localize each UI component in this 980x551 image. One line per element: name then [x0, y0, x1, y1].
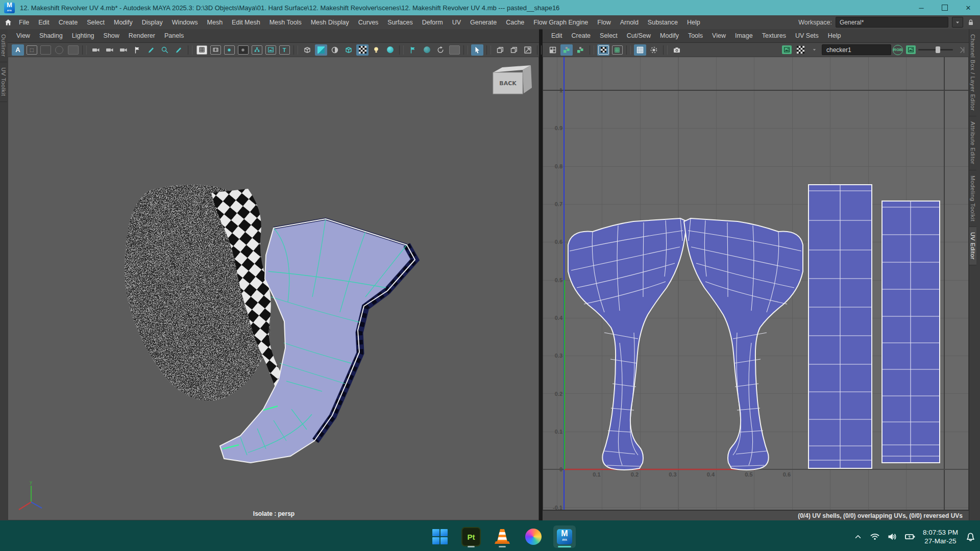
uv-shell-right[interactable]: [684, 218, 803, 470]
menu-item[interactable]: Deform: [418, 17, 448, 28]
wifi-icon[interactable]: [870, 532, 880, 542]
layout-outliner-button[interactable]: [237, 44, 249, 56]
frame-next-icon[interactable]: [957, 44, 969, 56]
view-cube[interactable]: BACK: [493, 65, 532, 94]
maya-taskbar-icon[interactable]: MAYA: [553, 525, 576, 548]
transfer-icon[interactable]: [522, 44, 534, 56]
layout-text-button[interactable]: T: [278, 44, 290, 56]
menu-item[interactable]: Mesh: [203, 17, 228, 28]
menu-item[interactable]: Mesh Tools: [265, 17, 306, 28]
texture-image-button[interactable]: [780, 44, 793, 56]
menu-item[interactable]: Edit: [34, 17, 54, 28]
left-panel-tab[interactable]: Outliner: [0, 29, 7, 62]
shaded-mode-icon[interactable]: [315, 44, 327, 56]
pencil-tool-icon[interactable]: [173, 44, 185, 56]
perspective-viewport[interactable]: BACK y Isolate : persp: [8, 57, 539, 520]
menu-item[interactable]: Flow Graph Engine: [529, 17, 593, 28]
volume-icon[interactable]: [887, 532, 897, 542]
uv-menu-item[interactable]: Help: [823, 31, 846, 41]
image-ratio-button[interactable]: [904, 44, 917, 56]
menu-item[interactable]: Flow: [593, 17, 615, 28]
image-dim-slider[interactable]: [918, 49, 953, 51]
workspace-lock-icon[interactable]: [967, 18, 975, 27]
uv-menu-item[interactable]: Cut/Sew: [622, 31, 655, 41]
uv-isolate-button[interactable]: [648, 44, 660, 56]
lasso-select-button[interactable]: [53, 44, 65, 56]
menu-item[interactable]: Arnold: [616, 17, 643, 28]
lock-camera-icon[interactable]: [104, 44, 116, 56]
uv-menu-item[interactable]: UV Sets: [791, 31, 823, 41]
uv-menu-item[interactable]: Create: [567, 31, 596, 41]
menu-item[interactable]: Display: [137, 17, 167, 28]
close-button[interactable]: ✕: [957, 0, 980, 15]
checker-texture-icon[interactable]: [356, 44, 369, 56]
copilot-taskbar-icon[interactable]: [522, 525, 545, 548]
maximize-button[interactable]: [933, 0, 957, 15]
viewport-menu-item[interactable]: Lighting: [67, 31, 99, 41]
menu-item[interactable]: Windows: [167, 17, 203, 28]
menu-item[interactable]: Generate: [465, 17, 501, 28]
uv-menu-item[interactable]: Tools: [683, 31, 707, 41]
rgb-channels-button[interactable]: RGB: [893, 45, 903, 55]
menu-item[interactable]: Modify: [109, 17, 137, 28]
uv-menu-item[interactable]: View: [707, 31, 730, 41]
viewport-menu-item[interactable]: Show: [99, 31, 124, 41]
battery-icon[interactable]: [904, 531, 916, 542]
paste-uv-icon[interactable]: [508, 44, 520, 56]
right-panel-tab[interactable]: Channel Box / Layer Editor: [969, 29, 976, 116]
tray-expand-chevron-icon[interactable]: [853, 532, 863, 541]
menu-item[interactable]: Help: [682, 17, 705, 28]
menu-item[interactable]: Mesh Display: [306, 17, 354, 28]
left-panel-tab[interactable]: UV Toolkit: [0, 62, 7, 102]
uv-grid-display-button[interactable]: [611, 44, 623, 56]
uv-menu-item[interactable]: Edit: [547, 31, 567, 41]
layout-grid-button[interactable]: [195, 44, 208, 56]
right-panel-tab[interactable]: Attribute Editor: [969, 116, 976, 170]
uv-shell-left[interactable]: [568, 218, 687, 470]
menu-item[interactable]: Edit Mesh: [227, 17, 265, 28]
workspace-dropdown[interactable]: General*: [836, 17, 948, 28]
viewport-menu-item[interactable]: Shading: [35, 31, 67, 41]
right-panel-tab[interactable]: Modeling Toolkit: [969, 170, 976, 227]
taskbar-clock[interactable]: 8:07:53 PM 27-Mar-25: [923, 528, 958, 545]
uv-menu-item[interactable]: Select: [595, 31, 622, 41]
wireframe-mode-icon[interactable]: [301, 44, 313, 56]
uv-quad-view-button[interactable]: [547, 44, 559, 56]
menu-item[interactable]: UV: [448, 17, 465, 28]
paint-select-button[interactable]: [67, 44, 79, 56]
start-button[interactable]: [429, 525, 451, 548]
menu-item[interactable]: Cache: [501, 17, 529, 28]
vlc-taskbar-icon[interactable]: [491, 525, 513, 548]
uv-menu-item[interactable]: Image: [730, 31, 757, 41]
uv-checker-display-button[interactable]: [597, 44, 609, 56]
minimize-button[interactable]: ─: [910, 0, 933, 15]
bookmark-icon[interactable]: [131, 44, 143, 56]
uv-shells-button[interactable]: [560, 44, 573, 56]
lighting-icon[interactable]: [370, 44, 382, 56]
uv-distortion-button[interactable]: [574, 44, 586, 56]
viewport-menu-item[interactable]: View: [12, 31, 35, 41]
shadows-icon[interactable]: [384, 44, 396, 56]
menu-item[interactable]: Surfaces: [383, 17, 417, 28]
viewport-menu-item[interactable]: Panels: [160, 31, 188, 41]
camera-attributes-icon[interactable]: [117, 44, 130, 56]
checker-map-button[interactable]: [794, 44, 806, 56]
textured-mode-icon[interactable]: [342, 44, 355, 56]
zoom-region-icon[interactable]: [159, 44, 171, 56]
select-hierarchy-button[interactable]: [39, 44, 52, 56]
menu-item[interactable]: Substance: [643, 17, 682, 28]
sphere-light-icon[interactable]: [421, 44, 433, 56]
menu-item[interactable]: File: [14, 17, 34, 28]
home-icon[interactable]: [4, 18, 12, 27]
texture-name-field[interactable]: checker1: [822, 44, 891, 55]
plain-square-icon[interactable]: [448, 44, 460, 56]
copy-uv-icon[interactable]: [494, 44, 506, 56]
select-by-type-button[interactable]: A: [12, 44, 24, 56]
workspace-caret-icon[interactable]: [952, 17, 963, 28]
material-mode-icon[interactable]: [329, 44, 341, 56]
layout-uv-button[interactable]: [264, 44, 277, 56]
layout-film-button[interactable]: [209, 44, 222, 56]
uv-menu-item[interactable]: Textures: [757, 31, 791, 41]
uv-shell-strip-1[interactable]: [808, 185, 872, 468]
right-panel-tab[interactable]: UV Editor: [969, 227, 976, 265]
